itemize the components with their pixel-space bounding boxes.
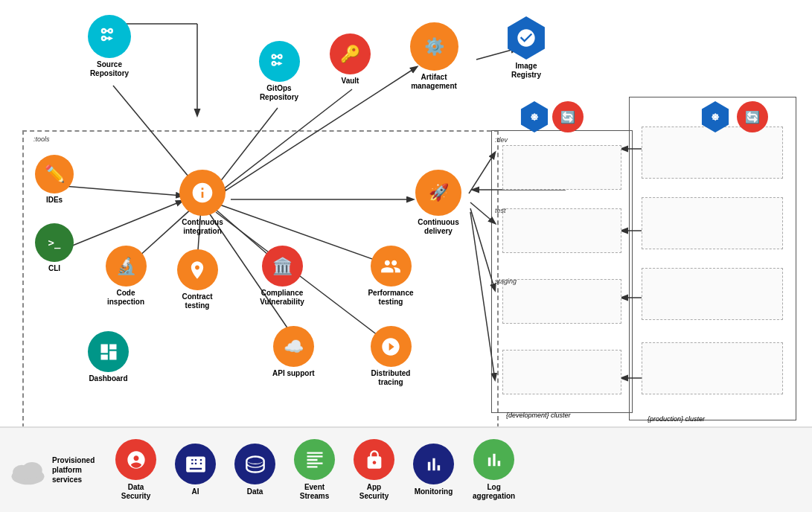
artifact-management-node: ⚙️ Artifact management [408,22,460,91]
ides-label: IDEs [46,196,63,205]
cloud-icon [7,455,48,485]
ai-icon [175,444,216,484]
artifact-icon: ⚙️ [410,22,458,71]
ci-label: Continuous integration [176,218,228,236]
image-registry-label: Image Registry [500,62,552,80]
source-repository-icon [88,15,131,58]
ides-node: ✏️ IDEs [35,155,74,205]
code-inspection-icon: 🔬 [106,246,147,287]
dashboard-icon [88,331,129,372]
gitops-repository-node: GitOps Repository [253,41,305,102]
staging-rect [502,279,621,324]
prod-rect-1 [642,127,783,179]
contract-testing-node: Contract testing [171,249,223,310]
data-security-icon [115,439,156,480]
contract-testing-icon [177,249,218,290]
bottom-bar: Provisioned platform services DataSecuri… [0,426,812,512]
contract-testing-label: Contract testing [171,292,223,310]
ai-item: AI [175,444,216,496]
api-support-icon: ☁️ [273,326,314,367]
bottom-services-list: DataSecurity AI Data [115,439,805,501]
ai-label: AI [192,487,199,496]
vault-node: 🔑 Vault [330,33,371,86]
compliance-node: 🏛️ Compliance Vulnerability [256,246,308,307]
gitops-repository-label: GitOps Repository [253,84,305,102]
monitoring-item: Monitoring [413,444,454,496]
k8s-dev-icon: ⎈ [519,101,550,132]
prod-rect-4 [642,342,783,394]
cd-node: 🚀 Continuous delivery [412,170,464,236]
dev-label: :dev [495,136,508,144]
log-aggregation-item: Logaggregation [473,439,515,501]
data-security-label: DataSecurity [121,483,150,501]
provisioned-platform-label: Provisioned platform services [52,455,104,484]
performance-testing-node: Performance testing [365,246,417,307]
compliance-label: Compliance Vulnerability [256,289,308,307]
distributed-tracing-label: Distributed tracing [365,369,417,387]
refresh-prod-icon: 🔄 [737,101,768,132]
log-aggregation-label: Logaggregation [473,483,515,501]
distributed-tracing-icon [371,326,412,367]
artifact-management-label: Artifact management [408,73,460,91]
app-security-item: AppSecurity [354,439,394,501]
event-streams-label: EventStreams [300,483,329,501]
refresh-prod-circle: 🔄 [737,101,768,132]
cd-label: Continuous delivery [412,218,464,236]
refresh-dev-icon: 🔄 [552,101,584,132]
ci-icon [179,170,226,216]
cli-icon: >_ [35,223,74,262]
prod-rect-2 [642,197,783,249]
event-streams-item: EventStreams [294,439,335,501]
gitops-icon [259,41,300,82]
k8s-prod-hex: ⎈ [700,101,731,132]
data-item: Data [234,444,275,496]
refresh-dev-circle: 🔄 [552,101,584,132]
dev-rect [502,145,621,190]
cd-icon: 🚀 [415,170,461,216]
tools-label: :tools [33,135,50,143]
prod-rect-3 [642,268,783,320]
dashboard-node: Dashboard [88,331,129,383]
test-label: test [495,207,506,214]
diagram-container: :tools :dev test staging {development} c… [0,0,812,512]
api-support-label: API support [272,369,315,378]
cli-label: CLI [48,264,60,273]
k8s-dev-hex: ⎈ [519,101,550,132]
performance-testing-label: Performance testing [365,289,417,307]
app-security-icon [354,439,394,480]
data-security-item: DataSecurity [115,439,156,501]
data-label: Data [247,487,263,496]
image-registry-icon [505,16,548,60]
distributed-tracing-node: Distributed tracing [365,326,417,387]
cli-node: >_ CLI [35,223,74,273]
vault-icon: 🔑 [330,33,371,74]
code-inspection-node: 🔬 Code inspection [100,246,152,307]
image-registry-node: Image Registry [500,16,552,80]
data-icon [234,444,275,484]
code-inspection-label: Code inspection [100,289,152,307]
api-support-node: ☁️ API support [272,326,315,378]
performance-testing-icon [371,246,412,287]
vault-label: Vault [342,77,359,86]
dev-cluster-label: {development} cluster [506,412,571,419]
dashboard-label: Dashboard [89,374,127,383]
staging-label: staging [495,278,517,285]
k8s-prod-icon: ⎈ [700,101,731,132]
monitoring-label: Monitoring [415,487,453,496]
prod-cluster-label: {production} cluster [648,415,705,423]
source-repository-label: Source Repository [83,60,135,78]
monitoring-icon [413,444,454,484]
event-streams-icon [294,439,335,480]
log-aggregation-icon [473,439,514,480]
app-security-label: AppSecurity [359,483,389,501]
source-repository-node: Source Repository [83,15,135,78]
compliance-icon: 🏛️ [262,246,303,287]
test-rect [502,208,621,253]
prod-small-rect [502,350,621,394]
ides-icon: ✏️ [35,155,74,193]
ci-node: Continuous integration [176,170,228,236]
svg-point-29 [22,462,42,479]
